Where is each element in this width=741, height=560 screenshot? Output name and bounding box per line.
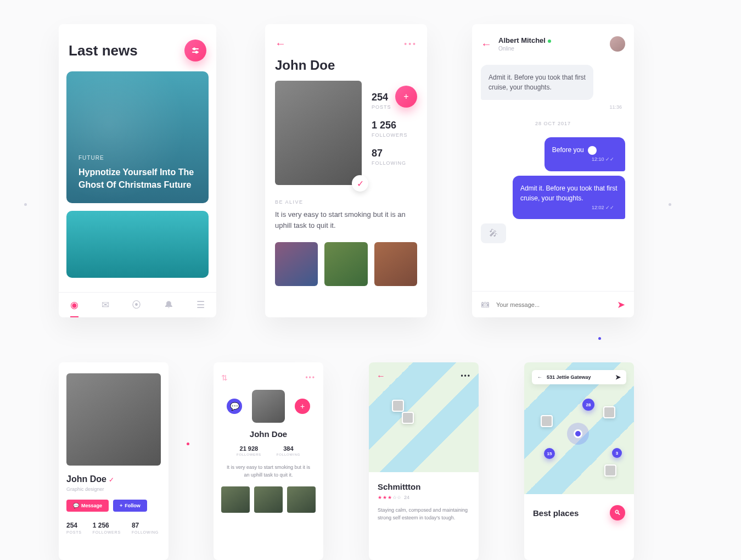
map-pin[interactable]: 28 bbox=[582, 399, 594, 411]
address: 531 Jettie Gateway bbox=[547, 374, 591, 380]
secondary-card[interactable] bbox=[66, 211, 209, 278]
screen-last-news: Last news FUTURE Hypnotize Yourself Into… bbox=[59, 24, 216, 317]
chat-name: Albert Mitchel bbox=[498, 36, 546, 44]
map-pin[interactable]: 15 bbox=[544, 448, 555, 459]
message-in: Admit it. Before you took that first cru… bbox=[481, 65, 593, 100]
map-thumb[interactable] bbox=[392, 400, 404, 412]
bio-text: It is very easy to start smoking but it … bbox=[275, 209, 417, 231]
nav-pin-icon[interactable]: ⦿ bbox=[132, 300, 141, 311]
thumb[interactable] bbox=[254, 486, 283, 513]
more-icon[interactable]: ••• bbox=[404, 40, 417, 48]
verified-icon: ✓ bbox=[109, 476, 114, 484]
screen-place: ← ••• ➤ Schmittton ★★★☆☆ 24 Staying calm… bbox=[369, 362, 479, 560]
filter-icon[interactable]: ⇅ bbox=[221, 373, 228, 382]
add-button[interactable]: + bbox=[395, 86, 417, 108]
nav-mail-icon[interactable]: ✉ bbox=[102, 299, 109, 311]
verified-badge: ✓ bbox=[352, 175, 368, 192]
date-divider: 28 OCT 2017 bbox=[481, 121, 625, 126]
decorative-dot bbox=[598, 337, 601, 340]
screen-profile: ← ••• John Doe + ✓ 254POSTS 1 256FOLLOWE… bbox=[265, 24, 427, 317]
thumb[interactable] bbox=[275, 242, 318, 286]
profile-name: John Doe bbox=[221, 429, 316, 439]
bottom-nav: ◉ ✉ ⦿ 🔔︎ ☰ bbox=[59, 292, 216, 317]
rating: ★★★☆☆ 24 bbox=[378, 495, 470, 500]
back-icon[interactable]: ← bbox=[275, 37, 286, 50]
svg-point-0 bbox=[194, 48, 195, 50]
section-title: Best places bbox=[533, 508, 579, 518]
message-out: Before you 12:10 ✓✓ bbox=[544, 137, 625, 171]
voice-button[interactable]: 🎤︎ bbox=[481, 223, 506, 243]
decorative-dot bbox=[24, 203, 27, 206]
thumb[interactable] bbox=[221, 486, 250, 513]
nav-bell-icon[interactable]: 🔔︎ bbox=[164, 300, 173, 311]
thumb[interactable] bbox=[324, 242, 367, 286]
chat-status: Online bbox=[498, 46, 603, 52]
bio-text: It is very easy to start smoking but it … bbox=[221, 464, 316, 479]
thumb[interactable] bbox=[374, 242, 417, 286]
nav-menu-icon[interactable]: ☰ bbox=[197, 299, 205, 311]
back-icon[interactable]: ← bbox=[59, 377, 60, 389]
profile-name: John Doe bbox=[275, 58, 417, 73]
map[interactable]: ← 531 Jettie Gateway ➤ 28 15 3 bbox=[524, 362, 634, 494]
camera-icon[interactable]: 📷︎ bbox=[481, 300, 490, 310]
my-location bbox=[567, 423, 589, 445]
screen-chat: ← Albert Mitchel Online Admit it. Before… bbox=[472, 24, 634, 317]
follow-button[interactable]: + Follow bbox=[113, 500, 147, 512]
thumb[interactable] bbox=[287, 486, 316, 513]
message-out: Admit it. Before you took that first cru… bbox=[513, 176, 625, 220]
photo-thumbs bbox=[221, 486, 316, 513]
profile-name: John Doe bbox=[66, 474, 106, 484]
profile-photo bbox=[66, 373, 161, 466]
place-desc: Staying calm, composed and maintaining s… bbox=[378, 507, 470, 522]
page-title: Last news bbox=[69, 42, 138, 59]
message-time: 11:36 bbox=[481, 103, 625, 110]
online-dot-icon bbox=[548, 40, 551, 43]
svg-point-1 bbox=[196, 52, 198, 53]
more-icon[interactable]: ••• bbox=[305, 374, 316, 382]
decorative-dot bbox=[669, 203, 671, 206]
nav-compass-icon[interactable]: ◉ bbox=[70, 299, 78, 317]
emoji-icon bbox=[588, 146, 597, 155]
feature-title: Hypnotize Yourself Into The Ghost Of Chr… bbox=[78, 166, 197, 191]
feature-card[interactable]: FUTURE Hypnotize Yourself Into The Ghost… bbox=[66, 71, 209, 203]
search-button[interactable]: 🔍︎ bbox=[610, 505, 625, 520]
message-button[interactable]: 💬 Message bbox=[66, 500, 109, 512]
decorative-dot bbox=[187, 443, 189, 445]
add-button[interactable]: + bbox=[295, 399, 310, 414]
chat-button[interactable]: 💬 bbox=[227, 399, 242, 414]
avatar[interactable] bbox=[610, 36, 625, 52]
place-name: Schmittton bbox=[378, 482, 470, 491]
map[interactable]: ← ••• bbox=[369, 362, 479, 472]
feature-category: FUTURE bbox=[78, 155, 197, 161]
profile-role: Graphic designer bbox=[66, 486, 161, 492]
screen-profile-centered: ⇅ ••• 💬 + John Doe 21 928FOLLOWERS 384FO… bbox=[214, 362, 323, 560]
more-icon[interactable]: ••• bbox=[461, 372, 471, 380]
screen-map: ← 531 Jettie Gateway ➤ 28 15 3 Best plac… bbox=[524, 362, 634, 560]
back-icon[interactable]: ← bbox=[377, 371, 385, 381]
send-icon[interactable]: ➤ bbox=[617, 299, 625, 311]
map-thumb[interactable] bbox=[604, 464, 616, 477]
map-thumb[interactable] bbox=[541, 415, 553, 427]
location-icon[interactable]: ➤ bbox=[615, 373, 621, 381]
map-thumb[interactable] bbox=[603, 406, 615, 418]
screen-profile-compact: ← John Doe✓ Graphic designer 💬 Message +… bbox=[59, 362, 169, 560]
bio-kicker: BE ALIVE bbox=[275, 199, 417, 205]
map-pin[interactable]: 3 bbox=[612, 448, 622, 458]
avatar bbox=[252, 390, 285, 423]
back-icon[interactable]: ← bbox=[481, 38, 492, 51]
profile-photo: ✓ bbox=[275, 81, 362, 185]
message-input[interactable] bbox=[496, 301, 610, 308]
map-thumb[interactable] bbox=[402, 412, 414, 424]
back-icon[interactable]: ← bbox=[537, 374, 542, 380]
search-bar[interactable]: ← 531 Jettie Gateway ➤ bbox=[532, 370, 626, 384]
filter-button[interactable] bbox=[184, 40, 206, 61]
photo-thumbs bbox=[275, 242, 417, 286]
